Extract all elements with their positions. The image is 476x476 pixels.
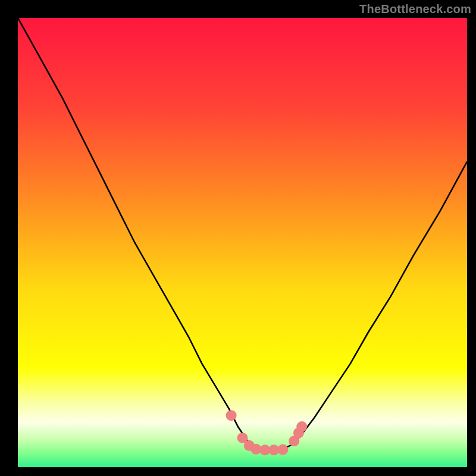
- marker-point: [277, 444, 288, 455]
- chart-frame: TheBottleneck.com: [0, 0, 476, 476]
- bottleneck-chart: [18, 18, 467, 467]
- marker-point: [296, 421, 307, 432]
- watermark: TheBottleneck.com: [359, 2, 471, 16]
- marker-point: [226, 410, 237, 421]
- heat-background: [18, 18, 467, 467]
